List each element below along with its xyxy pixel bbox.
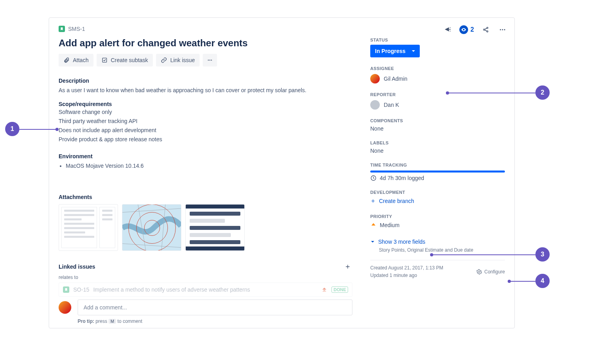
status-lozenge: DONE (331, 286, 348, 293)
issue-sidebar: STATUS In Progress ASSIGNEE Gil Admin RE… (370, 38, 505, 279)
linked-issue-summary: Implement a method to notify users of ad… (93, 286, 317, 293)
environment-list[interactable]: MacOS Mojave Version 10.14.6 (66, 162, 352, 170)
issue-key: SMS-1 (68, 26, 85, 32)
link-icon (161, 57, 167, 63)
watchers-count: 2 (470, 26, 474, 33)
annotation-line-4 (509, 281, 535, 282)
chevron-down-icon (411, 49, 416, 53)
priority-label: PRIORITY (370, 214, 505, 219)
reporter-name: Dan K (384, 102, 399, 108)
subtask-icon (101, 57, 108, 63)
development-label: DEVELOPMENT (370, 190, 505, 195)
watch-button[interactable]: 2 (458, 23, 476, 36)
time-tracking-field[interactable]: 4d 7h 30m logged (370, 171, 505, 181)
reporter-field[interactable]: Dan K (370, 100, 505, 110)
create-subtask-button[interactable]: Create subtask (97, 54, 153, 66)
time-tracking-progress (370, 171, 505, 173)
paperclip-icon (63, 57, 70, 63)
svg-point-0 (484, 29, 485, 30)
dots-icon (207, 57, 213, 63)
annotation-badge-2: 2 (535, 85, 550, 100)
issue-main: SMS-1 Add app alert for changed weather … (59, 26, 352, 297)
assignee-name: Gil Admin (384, 76, 407, 82)
story-type-icon (59, 26, 65, 32)
attachment-thumb[interactable] (59, 204, 118, 251)
svg-point-2 (487, 31, 488, 32)
created-meta: Created August 21, 2017, 1:13 PM (370, 264, 443, 272)
time-logged: 4d 7h 30m logged (380, 175, 424, 181)
scope-line: Does not include app alert development (59, 126, 352, 135)
svg-point-5 (504, 29, 505, 30)
assignee-avatar (370, 74, 380, 83)
linked-issue-key: SO-15 (73, 286, 89, 293)
annotation-line-1 (19, 129, 57, 130)
annotation-line-2 (447, 93, 535, 93)
comment-input[interactable]: Add a comment... (78, 300, 352, 315)
show-more-fields-link[interactable]: Show 3 more fields (370, 239, 425, 245)
svg-point-8 (209, 60, 210, 61)
assignee-field[interactable]: Gil Admin (370, 74, 505, 83)
attachment-thumb[interactable] (185, 204, 245, 251)
svg-point-9 (211, 60, 212, 61)
svg-rect-6 (102, 58, 107, 62)
annotation-line-3 (432, 254, 535, 255)
svg-point-4 (502, 29, 503, 30)
reporter-avatar (370, 100, 380, 110)
eye-icon (459, 25, 468, 34)
scope-line: Software change only (59, 108, 352, 116)
labels-label: LABELS (370, 140, 505, 145)
svg-point-11 (478, 271, 480, 273)
current-user-avatar (59, 301, 71, 314)
attachment-thumb[interactable] (122, 204, 181, 251)
attach-button[interactable]: Attach (59, 54, 93, 66)
issue-card: 2 SMS-1 Add app alert for changed weathe… (49, 17, 515, 328)
annotation-badge-1: 1 (5, 122, 19, 136)
time-tracking-label: TIME TRACKING (370, 163, 505, 167)
configure-link[interactable]: Configure (476, 269, 505, 275)
comment-area: Add a comment... Pro tip: press M to com… (59, 300, 352, 324)
priority-field[interactable]: Medium (370, 222, 505, 228)
status-dropdown[interactable]: In Progress (370, 45, 420, 57)
scope-heading: Scope/requirements (59, 101, 352, 107)
more-actions-button[interactable] (496, 23, 509, 36)
attachments-heading: Attachments (59, 194, 352, 200)
svg-point-3 (500, 29, 501, 30)
give-feedback-button[interactable] (441, 23, 454, 36)
priority-medium-icon (370, 222, 377, 228)
create-branch-link[interactable]: Create branch (370, 198, 414, 204)
breadcrumb[interactable]: SMS-1 (59, 26, 352, 32)
linked-issue-row[interactable]: SO-15 Implement a method to notify users… (59, 282, 352, 297)
chevron-down-icon (370, 239, 375, 244)
linked-issues-heading: Linked issues (59, 264, 95, 270)
link-issue-button[interactable]: Link issue (156, 54, 200, 66)
issue-title[interactable]: Add app alert for changed weather events (59, 38, 352, 49)
attachments-row (59, 204, 352, 251)
more-fields-sub: Story Points, Original Estimate and Due … (379, 247, 505, 253)
status-label: STATUS (370, 38, 505, 42)
annotation-badge-4: 4 (535, 274, 550, 288)
priority-highest-icon (321, 286, 327, 293)
link-relation-label: relates to (59, 275, 352, 280)
labels-value[interactable]: None (370, 148, 505, 154)
clock-icon (370, 175, 377, 181)
header-actions: 2 (441, 23, 509, 36)
components-value[interactable]: None (370, 125, 505, 132)
description-body[interactable]: As a user I want to know when bad weathe… (59, 86, 352, 95)
share-button[interactable] (480, 23, 492, 36)
updated-meta: Updated 1 minute ago (370, 272, 443, 279)
scope-line: Third party weather tracking API (59, 117, 352, 125)
assignee-label: ASSIGNEE (370, 66, 505, 71)
toolbar-more-button[interactable] (203, 54, 217, 66)
annotation-badge-3: 3 (535, 247, 550, 262)
gear-icon (476, 269, 482, 275)
scope-line: Provide product & app store release note… (59, 135, 352, 144)
issue-toolbar: Attach Create subtask Link issue (59, 54, 352, 66)
story-type-icon (63, 286, 69, 293)
plus-icon (370, 198, 376, 204)
svg-point-7 (208, 60, 209, 61)
sidebar-divider (370, 260, 505, 260)
components-label: COMPONENTS (370, 118, 505, 123)
scope-list[interactable]: Software change onlyThird party weather … (59, 108, 352, 144)
add-linked-issue-button[interactable] (343, 262, 352, 271)
svg-point-1 (487, 27, 488, 28)
